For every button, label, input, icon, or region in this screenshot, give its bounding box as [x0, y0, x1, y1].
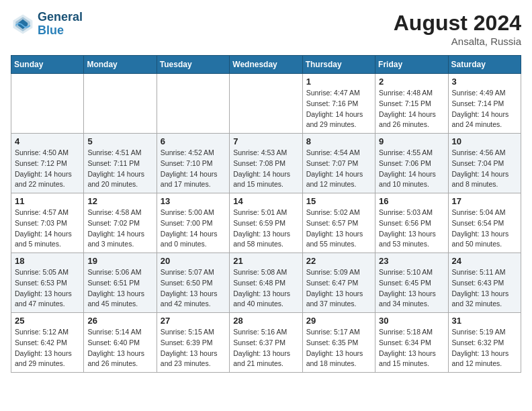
day-number: 3 — [452, 77, 517, 87]
day-info: Sunrise: 5:01 AMSunset: 6:59 PMDaylight:… — [233, 208, 298, 250]
calendar-cell: 21Sunrise: 5:08 AMSunset: 6:48 PMDayligh… — [230, 253, 302, 313]
calendar-cell: 20Sunrise: 5:07 AMSunset: 6:50 PMDayligh… — [157, 253, 229, 313]
day-info: Sunrise: 5:04 AMSunset: 6:54 PMDaylight:… — [452, 208, 517, 250]
day-number: 13 — [161, 196, 226, 206]
calendar-cell: 12Sunrise: 4:58 AMSunset: 7:02 PMDayligh… — [84, 193, 157, 253]
day-number: 23 — [379, 256, 444, 266]
day-info: Sunrise: 5:10 AMSunset: 6:45 PMDaylight:… — [379, 267, 444, 310]
calendar-cell: 1Sunrise: 4:47 AMSunset: 7:16 PMDaylight… — [302, 74, 375, 134]
day-number: 24 — [452, 256, 517, 266]
day-number: 7 — [233, 136, 298, 146]
calendar-cell: 22Sunrise: 5:09 AMSunset: 6:47 PMDayligh… — [302, 253, 375, 313]
day-number: 18 — [15, 256, 80, 266]
calendar-cell: 30Sunrise: 5:18 AMSunset: 6:34 PMDayligh… — [375, 313, 448, 373]
day-info: Sunrise: 5:06 AMSunset: 6:51 PMDaylight:… — [87, 267, 152, 310]
day-info: Sunrise: 5:18 AMSunset: 6:34 PMDaylight:… — [379, 327, 444, 369]
week-row-3: 11Sunrise: 4:57 AMSunset: 7:03 PMDayligh… — [11, 193, 521, 253]
day-number: 31 — [452, 316, 517, 326]
day-number: 14 — [233, 196, 298, 206]
calendar-cell: 31Sunrise: 5:19 AMSunset: 6:32 PMDayligh… — [448, 313, 521, 373]
header-wednesday: Wednesday — [230, 56, 302, 74]
calendar-cell: 16Sunrise: 5:03 AMSunset: 6:56 PMDayligh… — [375, 193, 448, 253]
day-info: Sunrise: 4:53 AMSunset: 7:08 PMDaylight:… — [233, 148, 298, 190]
day-number: 25 — [15, 316, 80, 326]
day-info: Sunrise: 5:17 AMSunset: 6:35 PMDaylight:… — [306, 327, 371, 369]
calendar-cell: 3Sunrise: 4:49 AMSunset: 7:14 PMDaylight… — [448, 74, 521, 134]
calendar-cell: 2Sunrise: 4:48 AMSunset: 7:15 PMDaylight… — [375, 74, 448, 134]
day-number: 30 — [379, 316, 444, 326]
day-info: Sunrise: 4:55 AMSunset: 7:06 PMDaylight:… — [379, 148, 444, 190]
day-number: 28 — [233, 316, 298, 326]
calendar-cell: 4Sunrise: 4:50 AMSunset: 7:12 PMDaylight… — [11, 134, 84, 193]
day-number: 8 — [306, 136, 371, 146]
day-number: 26 — [87, 316, 152, 326]
header-saturday: Saturday — [448, 56, 521, 74]
location-subtitle: Ansalta, Russia — [394, 36, 521, 47]
calendar-table: SundayMondayTuesdayWednesdayThursdayFrid… — [11, 55, 521, 373]
calendar-cell: 27Sunrise: 5:15 AMSunset: 6:39 PMDayligh… — [157, 313, 229, 373]
day-info: Sunrise: 5:05 AMSunset: 6:53 PMDaylight:… — [15, 267, 80, 310]
day-info: Sunrise: 5:16 AMSunset: 6:37 PMDaylight:… — [233, 327, 298, 369]
day-info: Sunrise: 5:15 AMSunset: 6:39 PMDaylight:… — [161, 327, 226, 369]
day-number: 20 — [161, 256, 226, 266]
header-monday: Monday — [84, 56, 157, 74]
day-number: 5 — [87, 136, 152, 146]
day-number: 19 — [87, 256, 152, 266]
calendar-cell: 29Sunrise: 5:17 AMSunset: 6:35 PMDayligh… — [302, 313, 375, 373]
calendar-cell — [230, 74, 302, 134]
day-info: Sunrise: 4:51 AMSunset: 7:11 PMDaylight:… — [87, 148, 152, 190]
day-info: Sunrise: 4:47 AMSunset: 7:16 PMDaylight:… — [306, 88, 371, 130]
page-header: General Blue August 2024 Ansalta, Russia — [11, 11, 521, 47]
day-number: 6 — [161, 136, 226, 146]
calendar-cell: 18Sunrise: 5:05 AMSunset: 6:53 PMDayligh… — [11, 253, 84, 313]
calendar-cell: 14Sunrise: 5:01 AMSunset: 6:59 PMDayligh… — [230, 193, 302, 253]
day-info: Sunrise: 5:03 AMSunset: 6:56 PMDaylight:… — [379, 208, 444, 250]
header-sunday: Sunday — [11, 56, 84, 74]
weekday-header-row: SundayMondayTuesdayWednesdayThursdayFrid… — [11, 56, 521, 74]
week-row-4: 18Sunrise: 5:05 AMSunset: 6:53 PMDayligh… — [11, 253, 521, 313]
day-number: 2 — [379, 77, 444, 87]
calendar-cell: 13Sunrise: 5:00 AMSunset: 7:00 PMDayligh… — [157, 193, 229, 253]
calendar-cell — [11, 74, 84, 134]
day-info: Sunrise: 5:07 AMSunset: 6:50 PMDaylight:… — [161, 267, 226, 310]
calendar-cell: 15Sunrise: 5:02 AMSunset: 6:57 PMDayligh… — [302, 193, 375, 253]
day-info: Sunrise: 5:11 AMSunset: 6:43 PMDaylight:… — [452, 267, 517, 310]
day-number: 27 — [161, 316, 226, 326]
calendar-cell: 28Sunrise: 5:16 AMSunset: 6:37 PMDayligh… — [230, 313, 302, 373]
day-info: Sunrise: 4:56 AMSunset: 7:04 PMDaylight:… — [452, 148, 517, 190]
day-info: Sunrise: 4:52 AMSunset: 7:10 PMDaylight:… — [161, 148, 226, 190]
calendar-cell: 24Sunrise: 5:11 AMSunset: 6:43 PMDayligh… — [448, 253, 521, 313]
calendar-cell: 19Sunrise: 5:06 AMSunset: 6:51 PMDayligh… — [84, 253, 157, 313]
day-info: Sunrise: 5:09 AMSunset: 6:47 PMDaylight:… — [306, 267, 371, 310]
day-number: 9 — [379, 136, 444, 146]
calendar-cell — [157, 74, 229, 134]
calendar-cell: 5Sunrise: 4:51 AMSunset: 7:11 PMDaylight… — [84, 134, 157, 193]
calendar-cell: 6Sunrise: 4:52 AMSunset: 7:10 PMDaylight… — [157, 134, 229, 193]
day-info: Sunrise: 5:08 AMSunset: 6:48 PMDaylight:… — [233, 267, 298, 310]
logo-text: General Blue — [38, 11, 83, 38]
calendar-cell: 10Sunrise: 4:56 AMSunset: 7:04 PMDayligh… — [448, 134, 521, 193]
week-row-2: 4Sunrise: 4:50 AMSunset: 7:12 PMDaylight… — [11, 134, 521, 193]
header-friday: Friday — [375, 56, 448, 74]
day-number: 15 — [306, 196, 371, 206]
day-number: 1 — [306, 77, 371, 87]
day-number: 16 — [379, 196, 444, 206]
calendar-cell: 17Sunrise: 5:04 AMSunset: 6:54 PMDayligh… — [448, 193, 521, 253]
month-year-title: August 2024 — [394, 11, 521, 36]
day-info: Sunrise: 5:14 AMSunset: 6:40 PMDaylight:… — [87, 327, 152, 369]
day-number: 22 — [306, 256, 371, 266]
calendar-cell — [84, 74, 157, 134]
calendar-cell: 23Sunrise: 5:10 AMSunset: 6:45 PMDayligh… — [375, 253, 448, 313]
calendar-cell: 11Sunrise: 4:57 AMSunset: 7:03 PMDayligh… — [11, 193, 84, 253]
day-info: Sunrise: 4:54 AMSunset: 7:07 PMDaylight:… — [306, 148, 371, 190]
day-info: Sunrise: 4:57 AMSunset: 7:03 PMDaylight:… — [15, 208, 80, 250]
day-info: Sunrise: 4:49 AMSunset: 7:14 PMDaylight:… — [452, 88, 517, 130]
calendar-cell: 8Sunrise: 4:54 AMSunset: 7:07 PMDaylight… — [302, 134, 375, 193]
day-number: 21 — [233, 256, 298, 266]
day-number: 12 — [87, 196, 152, 206]
calendar-cell: 26Sunrise: 5:14 AMSunset: 6:40 PMDayligh… — [84, 313, 157, 373]
day-number: 29 — [306, 316, 371, 326]
day-number: 10 — [452, 136, 517, 146]
day-info: Sunrise: 4:50 AMSunset: 7:12 PMDaylight:… — [15, 148, 80, 190]
calendar-cell: 25Sunrise: 5:12 AMSunset: 6:42 PMDayligh… — [11, 313, 84, 373]
